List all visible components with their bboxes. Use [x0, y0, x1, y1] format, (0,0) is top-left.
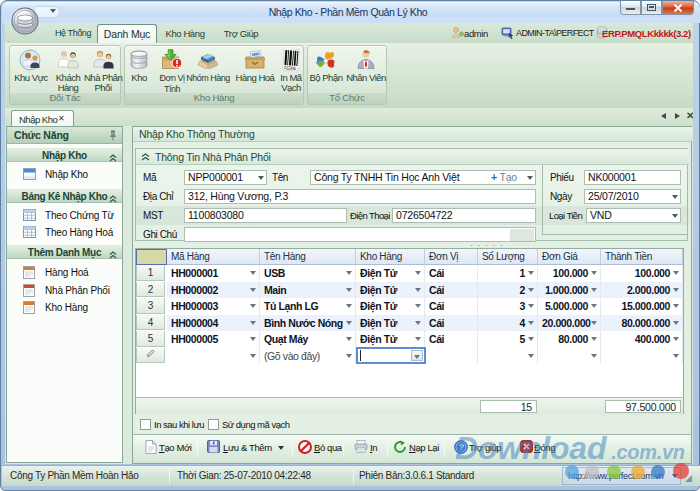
- svg-text:012345: 012345: [284, 65, 297, 71]
- svg-text:?: ?: [458, 442, 463, 452]
